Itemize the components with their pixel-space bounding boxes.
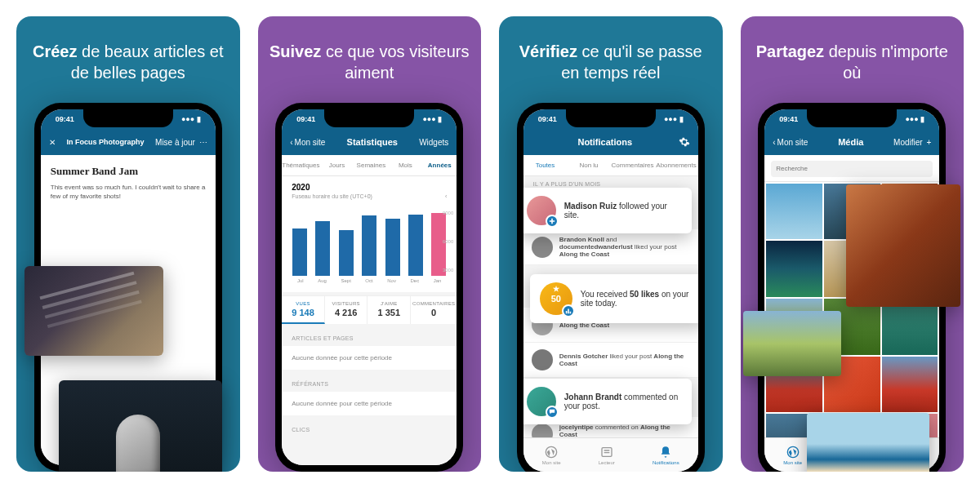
- media-thumb[interactable]: [882, 299, 938, 355]
- metric-visitors[interactable]: VISITEURS4 216: [325, 296, 368, 324]
- nav-bar: Notifications: [523, 129, 698, 155]
- search-bar: [764, 155, 939, 182]
- section-referants: RÉFÉRANTS Aucune donnée pour cette pério…: [282, 376, 457, 415]
- notif-card-follow[interactable]: Madison Ruiz followed your site.: [523, 188, 692, 233]
- caption: Suivez ce que vos visiteurs aiment: [270, 41, 470, 85]
- tab-abonnements[interactable]: Abonnements: [654, 162, 698, 169]
- tab-nonlu[interactable]: Non lu: [567, 162, 611, 169]
- notif-row[interactable]: Dennis Gotcher liked your post Along the…: [523, 343, 698, 378]
- notif-card-comment[interactable]: Johann Brandt commented on your post.: [523, 379, 692, 424]
- notif-row[interactable]: Brandon Knoll and documentedwanderlust l…: [523, 229, 698, 265]
- tab-toutes[interactable]: Toutes: [523, 162, 568, 169]
- chevron-left-icon[interactable]: ‹: [445, 193, 447, 199]
- metric-views[interactable]: VUES9 148: [282, 296, 325, 324]
- status-time: 09:41: [779, 115, 798, 123]
- media-thumb[interactable]: [766, 184, 822, 240]
- no-data: Aucune donnée pour cette période: [282, 392, 457, 415]
- tab-notifications[interactable]: Notifications: [653, 446, 679, 465]
- wordpress-icon: [786, 446, 800, 459]
- metric-comments[interactable]: COMMENTAIRES0: [411, 296, 457, 324]
- nav-bar: ‹ Mon site Média Modifier +: [764, 129, 939, 155]
- tab-semaines[interactable]: Semaines: [354, 162, 388, 169]
- caption: Partagez depuis n'importe où: [752, 41, 953, 85]
- back-button[interactable]: ‹ Mon site: [290, 138, 325, 147]
- notch: [807, 109, 897, 127]
- tab-bar: Mon site Lecteur Notifications: [523, 437, 698, 472]
- post[interactable]: Summer Band Jam This event was so much f…: [41, 155, 216, 211]
- metrics-row: VUES9 148 VISITEURS4 216 J'AIME1 351 COM…: [282, 295, 457, 324]
- stats-year: 2020 Fuseau horaire du site (UTC+0)‹: [282, 176, 457, 202]
- back-button[interactable]: ‹ Mon site: [773, 138, 808, 147]
- showcase-panel-notifications: Vérifiez ce qu'il se passe en temps réel…: [499, 16, 723, 472]
- reader-icon: [600, 446, 613, 459]
- section-articles: ARTICLES ET PAGES Aucune donnée pour cet…: [282, 331, 457, 370]
- post-body[interactable]: This event was so much fun. I couldn't w…: [51, 183, 206, 201]
- tab-jours[interactable]: Jours: [320, 162, 354, 169]
- no-data: Aucune donnée pour cette période: [282, 346, 457, 370]
- image-beach: [807, 413, 929, 472]
- status-time: 09:41: [296, 115, 315, 123]
- status-time: 09:41: [56, 115, 74, 123]
- phone-frame: 09:41 ●●● ▮ ✕ In Focus Photography Mise …: [34, 103, 222, 472]
- views-chart[interactable]: 900060003000 JulAugSeptOctNovDecJan: [282, 202, 457, 292]
- nav-bar: ‹ Mon site Statistiques Widgets: [282, 129, 457, 155]
- tab-commentaires[interactable]: Commentaires: [611, 162, 655, 169]
- media-thumb[interactable]: [882, 357, 938, 413]
- status-icons: ●●● ▮: [905, 115, 924, 123]
- status-time: 09:41: [538, 115, 557, 123]
- section-head: RÉFÉRANTS: [282, 376, 457, 392]
- update-button[interactable]: Mise à jour ⋯: [155, 138, 207, 147]
- tab-annees[interactable]: Années: [422, 162, 457, 169]
- edit-button[interactable]: Modifier +: [893, 138, 931, 147]
- plus-icon: [546, 215, 559, 228]
- avatar: [527, 196, 556, 225]
- media-thumb[interactable]: [766, 241, 822, 297]
- avatar: [532, 237, 553, 258]
- bell-icon: [659, 446, 672, 459]
- showcase-panel-media: Partagez depuis n'importe où 09:41 ●●● ▮…: [741, 16, 964, 472]
- stats-icon: [562, 304, 575, 317]
- chart-bar[interactable]: [385, 219, 400, 276]
- gear-icon: [679, 136, 690, 148]
- tab-lecteur[interactable]: Lecteur: [599, 446, 615, 465]
- status-icons: ●●● ▮: [664, 115, 684, 123]
- status-icons: ●●● ▮: [181, 115, 201, 123]
- settings-button[interactable]: [679, 136, 690, 148]
- close-button[interactable]: ✕: [49, 138, 56, 147]
- caption: Créez de beaux articles et de belles pag…: [28, 41, 229, 85]
- caption: Vérifiez ce qu'il se passe en temps réel: [510, 41, 711, 85]
- nav-bar: ✕ In Focus Photography Mise à jour ⋯: [41, 129, 216, 155]
- comment-icon: [546, 406, 559, 419]
- tab-thematiques[interactable]: Thématiques: [282, 162, 319, 169]
- chart-bar[interactable]: [315, 221, 330, 276]
- notif-card-likes[interactable]: 50 You received 50 likes on your site to…: [530, 274, 698, 323]
- tab-mon-site[interactable]: Mon site: [542, 446, 561, 465]
- nav-title: Notifications: [577, 137, 632, 147]
- nav-title: Statistiques: [347, 137, 398, 147]
- metric-likes[interactable]: J'AIME1 351: [368, 296, 411, 324]
- showcase-panel-editor: Créez de beaux articles et de belles pag…: [16, 16, 240, 472]
- notch: [83, 109, 173, 127]
- search-input[interactable]: [771, 161, 933, 177]
- tab-mois[interactable]: Mois: [388, 162, 422, 169]
- nav-title: Média: [838, 137, 863, 147]
- screen: 09:41 ●●● ▮ ‹ Mon site Statistiques Widg…: [282, 109, 457, 465]
- section-head: ARTICLES ET PAGES: [282, 331, 457, 346]
- chart-bar[interactable]: [339, 230, 354, 276]
- chart-bar[interactable]: [362, 215, 376, 276]
- notifications-list[interactable]: IL Y A PLUS D'UN MOIS Brandon Knoll and …: [523, 176, 698, 437]
- notch: [324, 109, 414, 127]
- stats-content[interactable]: 2020 Fuseau horaire du site (UTC+0)‹ 900…: [282, 176, 457, 465]
- avatar: [532, 424, 553, 437]
- chart-bar[interactable]: [408, 215, 423, 276]
- image-field: [743, 311, 841, 376]
- avatar: [532, 349, 553, 370]
- post-title[interactable]: Summer Band Jam: [51, 165, 206, 178]
- period-tabs: Thématiques Jours Semaines Mois Années: [282, 155, 457, 176]
- nav-title: In Focus Photography: [66, 138, 144, 146]
- avatar: [527, 387, 556, 416]
- chart-bar[interactable]: [292, 228, 307, 276]
- image-canyon: [846, 184, 960, 307]
- tab-mon-site[interactable]: Mon site: [783, 446, 802, 465]
- widgets-button[interactable]: Widgets: [419, 138, 448, 147]
